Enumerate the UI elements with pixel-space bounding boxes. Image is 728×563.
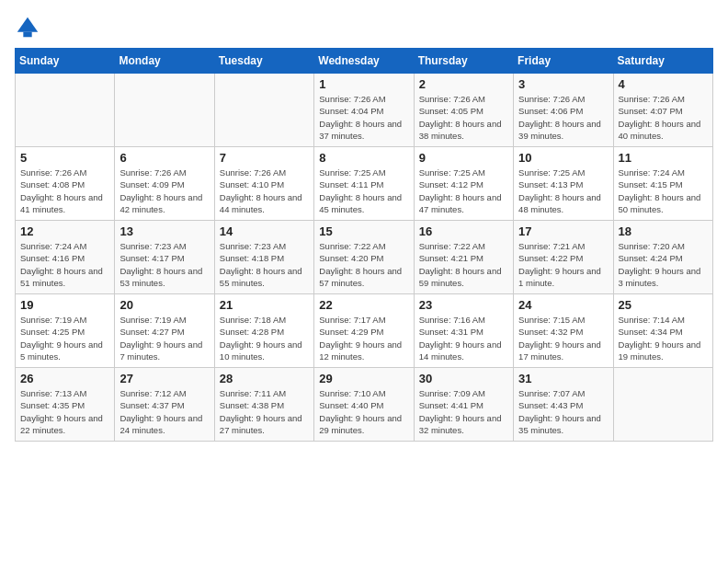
day-number: 27 — [119, 372, 209, 385]
day-info: Sunrise: 7:18 AM Sunset: 4:28 PM Dayligh… — [220, 314, 309, 362]
day-info: Sunrise: 7:22 AM Sunset: 4:21 PM Dayligh… — [419, 240, 508, 289]
calendar-cell: 12Sunrise: 7:24 AM Sunset: 4:16 PM Dayli… — [16, 221, 115, 294]
day-info: Sunrise: 7:21 AM Sunset: 4:22 PM Dayligh… — [518, 240, 608, 289]
day-number: 17 — [518, 224, 608, 238]
day-header-thursday: Thursday — [414, 49, 513, 74]
calendar-cell: 20Sunrise: 7:19 AM Sunset: 4:27 PM Dayli… — [115, 294, 214, 368]
day-info: Sunrise: 7:26 AM Sunset: 4:06 PM Dayligh… — [518, 93, 608, 142]
day-number: 13 — [119, 224, 209, 238]
day-header-tuesday: Tuesday — [214, 49, 313, 74]
svg-marker-0 — [17, 17, 38, 32]
day-info: Sunrise: 7:17 AM Sunset: 4:29 PM Dayligh… — [319, 314, 408, 362]
calendar-cell: 18Sunrise: 7:20 AM Sunset: 4:24 PM Dayli… — [613, 221, 712, 294]
day-number: 1 — [319, 77, 408, 91]
day-number: 18 — [619, 224, 708, 238]
day-number: 10 — [518, 151, 608, 165]
calendar-cell: 13Sunrise: 7:23 AM Sunset: 4:17 PM Dayli… — [115, 221, 214, 294]
calendar-cell: 16Sunrise: 7:22 AM Sunset: 4:21 PM Dayli… — [414, 221, 513, 294]
day-header-monday: Monday — [115, 49, 214, 74]
day-number: 29 — [319, 372, 408, 385]
day-info: Sunrise: 7:26 AM Sunset: 4:07 PM Dayligh… — [619, 93, 708, 142]
calendar-cell: 17Sunrise: 7:21 AM Sunset: 4:22 PM Dayli… — [514, 221, 613, 294]
calendar-cell — [214, 74, 313, 147]
day-number: 22 — [319, 298, 408, 312]
day-info: Sunrise: 7:26 AM Sunset: 4:04 PM Dayligh… — [319, 93, 408, 142]
day-number: 8 — [319, 151, 408, 165]
day-number: 9 — [419, 151, 508, 165]
day-info: Sunrise: 7:07 AM Sunset: 4:43 PM Dayligh… — [518, 387, 608, 436]
calendar-cell: 28Sunrise: 7:11 AM Sunset: 4:38 PM Dayli… — [214, 368, 313, 442]
day-number: 28 — [220, 372, 309, 385]
day-number: 5 — [20, 151, 109, 165]
day-number: 21 — [220, 298, 309, 312]
day-info: Sunrise: 7:11 AM Sunset: 4:38 PM Dayligh… — [220, 387, 309, 436]
day-info: Sunrise: 7:25 AM Sunset: 4:13 PM Dayligh… — [518, 167, 608, 215]
calendar-cell: 30Sunrise: 7:09 AM Sunset: 4:41 PM Dayli… — [414, 368, 513, 442]
svg-rect-1 — [23, 32, 31, 38]
day-info: Sunrise: 7:16 AM Sunset: 4:31 PM Dayligh… — [419, 314, 508, 362]
day-number: 2 — [419, 77, 508, 91]
day-number: 26 — [20, 372, 109, 385]
calendar-cell: 21Sunrise: 7:18 AM Sunset: 4:28 PM Dayli… — [214, 294, 313, 368]
day-number: 30 — [419, 372, 508, 385]
day-header-friday: Friday — [514, 49, 613, 74]
calendar-cell: 31Sunrise: 7:07 AM Sunset: 4:43 PM Dayli… — [514, 368, 613, 442]
day-info: Sunrise: 7:25 AM Sunset: 4:11 PM Dayligh… — [319, 167, 408, 215]
calendar-cell: 25Sunrise: 7:14 AM Sunset: 4:34 PM Dayli… — [613, 294, 712, 368]
calendar-week-row: 19Sunrise: 7:19 AM Sunset: 4:25 PM Dayli… — [16, 294, 713, 368]
day-number: 11 — [619, 151, 708, 165]
calendar-cell: 24Sunrise: 7:15 AM Sunset: 4:32 PM Dayli… — [514, 294, 613, 368]
page-header — [15, 15, 713, 40]
day-info: Sunrise: 7:20 AM Sunset: 4:24 PM Dayligh… — [619, 240, 708, 289]
calendar-cell: 22Sunrise: 7:17 AM Sunset: 4:29 PM Dayli… — [314, 294, 414, 368]
day-number: 14 — [220, 224, 309, 238]
calendar-cell: 19Sunrise: 7:19 AM Sunset: 4:25 PM Dayli… — [16, 294, 115, 368]
calendar-week-row: 26Sunrise: 7:13 AM Sunset: 4:35 PM Dayli… — [16, 368, 713, 442]
calendar-cell — [115, 74, 214, 147]
day-info: Sunrise: 7:23 AM Sunset: 4:17 PM Dayligh… — [119, 240, 209, 289]
calendar-cell — [613, 368, 712, 442]
day-header-wednesday: Wednesday — [314, 49, 414, 74]
day-info: Sunrise: 7:23 AM Sunset: 4:18 PM Dayligh… — [220, 240, 309, 289]
day-info: Sunrise: 7:26 AM Sunset: 4:10 PM Dayligh… — [220, 167, 309, 215]
calendar-header-row: SundayMondayTuesdayWednesdayThursdayFrid… — [16, 49, 713, 74]
calendar-cell: 7Sunrise: 7:26 AM Sunset: 4:10 PM Daylig… — [214, 147, 313, 221]
calendar-cell: 27Sunrise: 7:12 AM Sunset: 4:37 PM Dayli… — [115, 368, 214, 442]
day-number: 19 — [20, 298, 109, 312]
logo — [15, 15, 44, 40]
day-info: Sunrise: 7:12 AM Sunset: 4:37 PM Dayligh… — [119, 387, 209, 436]
logo-icon — [15, 15, 40, 40]
day-header-sunday: Sunday — [16, 49, 115, 74]
day-info: Sunrise: 7:26 AM Sunset: 4:09 PM Dayligh… — [119, 167, 209, 215]
calendar-week-row: 12Sunrise: 7:24 AM Sunset: 4:16 PM Dayli… — [16, 221, 713, 294]
calendar-cell: 11Sunrise: 7:24 AM Sunset: 4:15 PM Dayli… — [613, 147, 712, 221]
calendar-cell: 5Sunrise: 7:26 AM Sunset: 4:08 PM Daylig… — [16, 147, 115, 221]
day-info: Sunrise: 7:09 AM Sunset: 4:41 PM Dayligh… — [419, 387, 508, 436]
day-number: 23 — [419, 298, 508, 312]
day-info: Sunrise: 7:26 AM Sunset: 4:05 PM Dayligh… — [419, 93, 508, 142]
calendar-week-row: 5Sunrise: 7:26 AM Sunset: 4:08 PM Daylig… — [16, 147, 713, 221]
calendar-cell: 14Sunrise: 7:23 AM Sunset: 4:18 PM Dayli… — [214, 221, 313, 294]
calendar-cell: 9Sunrise: 7:25 AM Sunset: 4:12 PM Daylig… — [414, 147, 513, 221]
day-number: 3 — [518, 77, 608, 91]
day-info: Sunrise: 7:19 AM Sunset: 4:27 PM Dayligh… — [119, 314, 209, 362]
day-header-saturday: Saturday — [613, 49, 712, 74]
calendar-cell: 10Sunrise: 7:25 AM Sunset: 4:13 PM Dayli… — [514, 147, 613, 221]
calendar-cell: 6Sunrise: 7:26 AM Sunset: 4:09 PM Daylig… — [115, 147, 214, 221]
day-number: 25 — [619, 298, 708, 312]
day-number: 20 — [119, 298, 209, 312]
day-info: Sunrise: 7:19 AM Sunset: 4:25 PM Dayligh… — [20, 314, 109, 362]
day-info: Sunrise: 7:24 AM Sunset: 4:15 PM Dayligh… — [619, 167, 708, 215]
calendar-cell: 3Sunrise: 7:26 AM Sunset: 4:06 PM Daylig… — [514, 74, 613, 147]
day-info: Sunrise: 7:25 AM Sunset: 4:12 PM Dayligh… — [419, 167, 508, 215]
calendar-cell: 26Sunrise: 7:13 AM Sunset: 4:35 PM Dayli… — [16, 368, 115, 442]
day-number: 31 — [518, 372, 608, 385]
day-info: Sunrise: 7:26 AM Sunset: 4:08 PM Dayligh… — [20, 167, 109, 215]
day-number: 4 — [619, 77, 708, 91]
calendar-cell: 29Sunrise: 7:10 AM Sunset: 4:40 PM Dayli… — [314, 368, 414, 442]
day-info: Sunrise: 7:14 AM Sunset: 4:34 PM Dayligh… — [619, 314, 708, 362]
calendar-cell: 15Sunrise: 7:22 AM Sunset: 4:20 PM Dayli… — [314, 221, 414, 294]
day-number: 6 — [119, 151, 209, 165]
calendar-week-row: 1Sunrise: 7:26 AM Sunset: 4:04 PM Daylig… — [16, 74, 713, 147]
day-number: 15 — [319, 224, 408, 238]
